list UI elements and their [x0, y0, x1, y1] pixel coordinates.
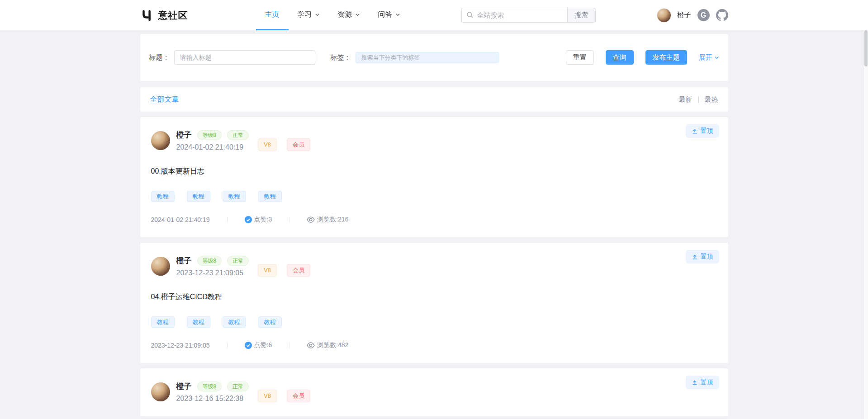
gitee-icon[interactable]: G	[697, 9, 710, 21]
vip-badge: V8	[258, 264, 277, 277]
post-tags: 教程教程教程教程	[151, 191, 717, 202]
sort-hottest[interactable]: 最热	[705, 95, 718, 104]
status-badge: 正常	[227, 256, 249, 266]
vip-badge: V8	[258, 390, 277, 402]
author-avatar[interactable]	[151, 382, 170, 401]
post-tag[interactable]: 教程	[258, 316, 282, 328]
nav-label: 资源	[338, 10, 352, 19]
expand-toggle[interactable]: 展开	[699, 53, 719, 62]
user-avatar[interactable]	[657, 8, 671, 23]
stat-date: 2023-12-23 21:09:05	[151, 342, 210, 349]
nav-item-learn[interactable]: 学习	[289, 0, 329, 30]
site-search: 搜索	[461, 8, 596, 23]
member-badge: 会员	[287, 390, 310, 402]
pin-label: 置顶	[701, 127, 713, 135]
post-tag[interactable]: 教程	[223, 316, 246, 328]
post-list: 置顶 橙子 等级8 正常 2024-01-02 21:40:19 V8 会员 0…	[140, 117, 728, 416]
title-filter-input[interactable]	[174, 50, 315, 65]
sort-newest[interactable]: 最新	[679, 95, 693, 104]
nav-item-qa[interactable]: 问答	[369, 0, 409, 30]
chevron-down-icon	[355, 12, 360, 17]
tag-filter-label: 标签：	[331, 53, 351, 62]
scrollbar-thumb[interactable]	[864, 30, 868, 66]
member-badge: 会员	[287, 138, 310, 151]
post-title[interactable]: 04.橙子运维CICD教程	[151, 292, 717, 302]
author-row: 橙子 等级8 正常 2023-12-16 15:22:38 V8 会员	[151, 381, 717, 403]
post-date: 2024-01-02 21:40:19	[176, 143, 249, 151]
chevron-down-icon	[395, 12, 400, 17]
post-tag[interactable]: 教程	[151, 316, 175, 328]
search-icon	[466, 11, 474, 19]
filter-bar: 标题： 标签： 重置 查询 发布主题 展开	[140, 34, 728, 81]
logo-icon	[140, 9, 154, 22]
post-tag[interactable]: 教程	[187, 191, 210, 202]
author-name[interactable]: 橙子	[176, 381, 192, 391]
post-stats: 2024-01-02 21:40:19 点赞:3 浏览数:216	[151, 216, 717, 224]
eye-icon	[307, 342, 315, 348]
github-icon[interactable]	[716, 9, 728, 21]
post-tags: 教程教程教程教程	[151, 316, 717, 328]
stat-divider	[227, 217, 228, 223]
chevron-down-icon	[714, 55, 719, 60]
stat-date: 2024-01-02 21:40:19	[151, 216, 210, 223]
post-card: 置顶 橙子 等级8 正常 2023-12-16 15:22:38 V8 会员	[140, 368, 728, 416]
like-count: 点赞:6	[254, 341, 272, 349]
status-badge: 正常	[227, 130, 249, 140]
search-button[interactable]: 搜索	[567, 8, 596, 23]
stat-divider	[289, 217, 289, 223]
level-badge: 等级8	[197, 130, 222, 140]
level-badge: 等级8	[197, 256, 222, 266]
like-check-icon	[245, 216, 252, 223]
view-count: 浏览数:216	[317, 216, 348, 224]
query-button[interactable]: 查询	[606, 50, 634, 65]
chevron-down-icon	[315, 12, 320, 17]
scrollbar-track[interactable]	[863, 0, 868, 419]
level-badge: 等级8	[197, 381, 222, 391]
nav-item-resources[interactable]: 资源	[329, 0, 369, 30]
post-date: 2023-12-23 21:09:05	[176, 269, 249, 277]
post-card: 置顶 橙子 等级8 正常 2024-01-02 21:40:19 V8 会员 0…	[140, 117, 728, 237]
post-tag[interactable]: 教程	[223, 191, 246, 202]
pin-button[interactable]: 置顶	[686, 124, 719, 138]
post-title[interactable]: 00.版本更新日志	[151, 167, 717, 176]
stat-divider	[227, 342, 228, 348]
eye-icon	[307, 217, 315, 223]
like-stat: 点赞:6	[245, 341, 272, 349]
tab-all-articles[interactable]: 全部文章	[150, 95, 179, 104]
author-avatar[interactable]	[151, 257, 170, 276]
tag-filter-input[interactable]	[356, 52, 499, 63]
vip-badge: V8	[258, 138, 277, 151]
pin-to-top-icon	[692, 128, 698, 134]
stat-divider	[289, 342, 289, 348]
author-avatar[interactable]	[151, 131, 170, 150]
author-name[interactable]: 橙子	[176, 255, 192, 266]
post-card: 置顶 橙子 等级8 正常 2023-12-23 21:09:05 V8 会员 0…	[140, 243, 728, 363]
main-nav: 主页 学习 资源 问答	[256, 0, 409, 30]
post-tag[interactable]: 教程	[258, 191, 282, 202]
view-stat: 浏览数:482	[307, 341, 348, 349]
publish-topic-button[interactable]: 发布主题	[645, 50, 687, 65]
top-navbar: 意社区 主页 学习 资源 问答	[0, 0, 868, 30]
pin-label: 置顶	[701, 378, 713, 386]
article-list-header: 全部文章 最新 最热	[140, 87, 728, 112]
user-name[interactable]: 橙子	[678, 11, 691, 19]
user-zone: 橙子 G	[657, 8, 728, 23]
brand[interactable]: 意社区	[140, 9, 188, 22]
title-filter-label: 标题：	[149, 53, 170, 62]
author-name[interactable]: 橙子	[176, 130, 192, 140]
pin-to-top-icon	[692, 379, 698, 386]
view-count: 浏览数:482	[317, 341, 348, 349]
nav-label: 学习	[298, 10, 312, 19]
view-stat: 浏览数:216	[307, 216, 348, 224]
pin-button[interactable]: 置顶	[686, 376, 719, 389]
pin-button[interactable]: 置顶	[686, 250, 719, 264]
like-stat: 点赞:3	[245, 216, 272, 224]
pin-label: 置顶	[701, 253, 713, 261]
reset-button[interactable]: 重置	[566, 50, 594, 65]
search-input[interactable]	[461, 8, 567, 23]
post-tag[interactable]: 教程	[151, 191, 175, 202]
pin-to-top-icon	[692, 254, 698, 260]
post-tag[interactable]: 教程	[187, 316, 210, 328]
nav-item-home[interactable]: 主页	[256, 0, 289, 30]
sort-divider	[698, 96, 699, 103]
